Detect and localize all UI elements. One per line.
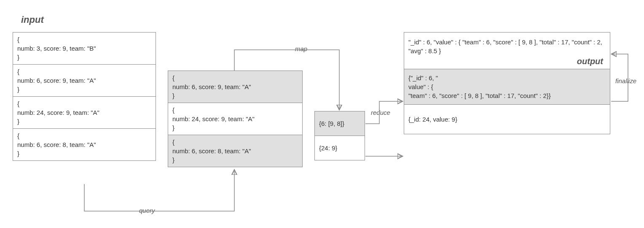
output-box: "_id" : 6, "value" : { "team" : 6, "scor…	[404, 32, 610, 134]
input-row: { numb: 3, score: 9, team: "B" }	[13, 33, 156, 65]
output-row-single: {_id: 24, value: 9}	[404, 105, 610, 134]
filtered-row: { numb: 24, score: 9, team: "A" }	[168, 103, 302, 135]
mapped-row: {6: [9, 8]}	[315, 111, 365, 136]
input-title: input	[21, 14, 44, 25]
query-label: query	[139, 207, 155, 214]
map-label: map	[295, 45, 307, 52]
filtered-box: { numb: 6, score: 9, team: "A" } { numb:…	[168, 71, 303, 167]
filtered-row: { numb: 6, score: 9, team: "A" }	[168, 71, 302, 103]
input-row: { numb: 24, score: 9, team: "A" }	[13, 97, 156, 129]
input-box: { numb: 3, score: 9, team: "B" } { numb:…	[13, 32, 156, 161]
mapped-box: {6: [9, 8]} {24: 9}	[314, 111, 365, 160]
output-row-reduced: {"_id" : 6, " value" : { "team" : 6, "sc…	[404, 69, 610, 105]
output-row-text: "_id" : 6, "value" : { "team" : 6, "scor…	[408, 38, 602, 54]
output-row-final: "_id" : 6, "value" : { "team" : 6, "scor…	[404, 33, 610, 69]
finalize-label: finallize	[615, 77, 636, 84]
filtered-row: { numb: 6, score: 8, team: "A" }	[168, 135, 302, 167]
input-row: { numb: 6, score: 9, team: "A" }	[13, 65, 156, 97]
output-title: output	[408, 55, 606, 67]
reduce-label: reduce	[371, 109, 390, 116]
input-row: { numb: 6, score: 8, team: "A" }	[13, 129, 156, 160]
mapped-row: {24: 9}	[315, 136, 365, 160]
